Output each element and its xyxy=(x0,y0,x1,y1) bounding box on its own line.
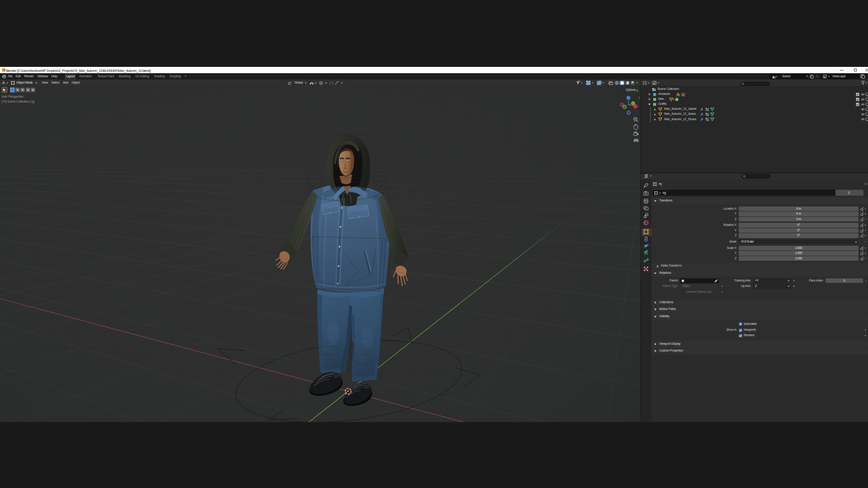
svg-text:Y: Y xyxy=(632,102,634,105)
svg-text:Z: Z xyxy=(627,96,629,99)
svg-text:X: X xyxy=(634,105,636,108)
